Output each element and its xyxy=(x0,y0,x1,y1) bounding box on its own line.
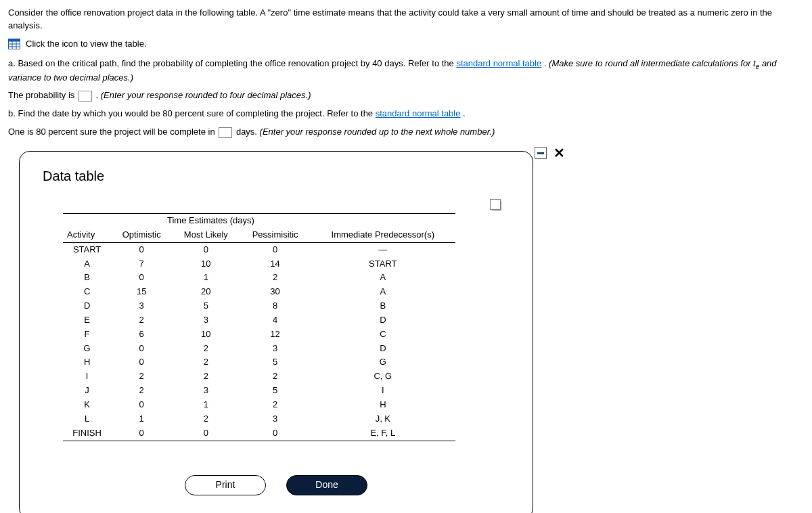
cell-ml: 10 xyxy=(172,328,240,342)
table-icon[interactable] xyxy=(8,39,20,49)
cell-pred: G xyxy=(311,355,455,370)
cell-activity: H xyxy=(63,355,111,370)
cell-pred: — xyxy=(311,242,455,256)
table-row: C152030A xyxy=(63,285,455,299)
cell-pred: A xyxy=(311,285,455,299)
cell-ml: 0 xyxy=(172,242,240,256)
standard-normal-link-b[interactable]: standard normal table xyxy=(376,108,461,118)
table-row: D358B xyxy=(63,299,455,313)
cell-pes: 5 xyxy=(240,384,311,398)
table-row: A71014START xyxy=(63,257,455,271)
cell-activity: B xyxy=(63,271,111,285)
cell-activity: G xyxy=(63,342,111,356)
part-a-answer-trail: . xyxy=(96,90,101,100)
cell-activity: A xyxy=(63,257,111,271)
part-a-prefix: a. Based on the critical path, find the … xyxy=(8,58,456,68)
part-a-answer-lead: The probability is xyxy=(8,90,77,100)
part-b-pre: b. Find the date by which you would be 8… xyxy=(8,108,376,118)
cell-ml: 1 xyxy=(172,271,240,285)
svg-rect-1 xyxy=(9,39,20,42)
cell-opt: 2 xyxy=(111,313,172,328)
cell-opt: 0 xyxy=(111,242,172,256)
cell-activity: I xyxy=(63,370,111,384)
cell-ml: 0 xyxy=(172,426,240,441)
cell-opt: 0 xyxy=(111,426,172,441)
part-b-post: . xyxy=(463,108,466,118)
table-row: I222C, G xyxy=(63,370,455,384)
cell-pes: 14 xyxy=(240,257,311,271)
table-row: START000— xyxy=(63,242,455,256)
cell-pred: C xyxy=(311,328,455,342)
data-table: Time Estimates (days) Activity Optimisti… xyxy=(63,213,455,441)
data-table-modal: ✕ Data table Time Estimates (days) Activ… xyxy=(19,151,533,513)
print-button[interactable]: Print xyxy=(185,475,266,495)
cell-ml: 3 xyxy=(172,313,240,328)
cell-pes: 0 xyxy=(240,242,311,256)
part-a-prompt: a. Based on the critical path, find the … xyxy=(8,58,804,85)
cell-opt: 0 xyxy=(111,271,172,285)
cell-pred: START xyxy=(311,257,455,271)
copy-icon[interactable] xyxy=(492,201,501,210)
cell-pred: H xyxy=(311,398,455,412)
cell-pes: 3 xyxy=(240,342,311,356)
table-row: H025G xyxy=(63,355,455,370)
cell-pred: J, K xyxy=(311,412,455,426)
view-table-label: Click the icon to view the table. xyxy=(26,38,146,51)
cell-activity: E xyxy=(63,313,111,328)
cell-ml: 1 xyxy=(172,398,240,412)
modal-title: Data table xyxy=(43,166,510,186)
cell-opt: 6 xyxy=(111,328,172,342)
table-row: G023D xyxy=(63,342,455,356)
cell-pred: D xyxy=(311,342,455,356)
col-optimistic: Optimistic xyxy=(111,228,172,242)
cell-pes: 30 xyxy=(240,285,311,299)
cell-pes: 4 xyxy=(240,313,311,328)
cell-pes: 0 xyxy=(240,426,311,441)
cell-pes: 2 xyxy=(240,370,311,384)
cell-opt: 3 xyxy=(111,299,172,313)
days-input[interactable] xyxy=(219,127,232,138)
cell-opt: 15 xyxy=(111,285,172,299)
cell-ml: 2 xyxy=(172,342,240,356)
col-activity: Activity xyxy=(63,228,111,242)
done-button[interactable]: Done xyxy=(286,475,367,495)
standard-normal-link-a[interactable]: standard normal table xyxy=(456,58,541,68)
close-icon[interactable]: ✕ xyxy=(554,146,565,160)
cell-activity: J xyxy=(63,384,111,398)
cell-opt: 0 xyxy=(111,398,172,412)
minimize-icon[interactable] xyxy=(535,147,547,159)
col-mostlikely: Most Likely xyxy=(172,228,240,242)
cell-pes: 3 xyxy=(240,412,311,426)
cell-ml: 2 xyxy=(172,355,240,370)
intro-line-1: Consider the office renovation project d… xyxy=(8,7,804,32)
cell-pred: I xyxy=(311,384,455,398)
cell-activity: D xyxy=(63,299,111,313)
cell-opt: 2 xyxy=(111,370,172,384)
part-b-answer-mid: days. xyxy=(236,127,260,137)
cell-ml: 10 xyxy=(172,257,240,271)
table-row: K012H xyxy=(63,398,455,412)
part-a-period: . xyxy=(544,58,549,68)
cell-activity: L xyxy=(63,412,111,426)
cell-ml: 2 xyxy=(172,412,240,426)
group-header: Time Estimates (days) xyxy=(111,214,310,228)
part-b-answer-hint: (Enter your response rounded up to the n… xyxy=(260,127,495,137)
cell-pes: 2 xyxy=(240,398,311,412)
cell-opt: 7 xyxy=(111,257,172,271)
cell-pes: 8 xyxy=(240,299,311,313)
cell-activity: F xyxy=(63,328,111,342)
col-predecessor: Immediate Predecessor(s) xyxy=(311,228,455,242)
cell-activity: FINISH xyxy=(63,426,111,441)
cell-pred: D xyxy=(311,313,455,328)
cell-activity: C xyxy=(63,285,111,299)
part-a-answer-hint: (Enter your response rounded to four dec… xyxy=(101,90,311,100)
cell-ml: 5 xyxy=(172,299,240,313)
part-b-prompt: b. Find the date by which you would be 8… xyxy=(8,108,804,120)
part-b-answer-lead: One is 80 percent sure the project will … xyxy=(8,127,217,137)
cell-opt: 1 xyxy=(111,412,172,426)
probability-input[interactable] xyxy=(78,91,92,102)
table-row: E234D xyxy=(63,313,455,328)
cell-pred: C, G xyxy=(311,370,455,384)
cell-activity: K xyxy=(63,398,111,412)
part-a-answer-line: The probability is . (Enter your respons… xyxy=(8,89,804,102)
